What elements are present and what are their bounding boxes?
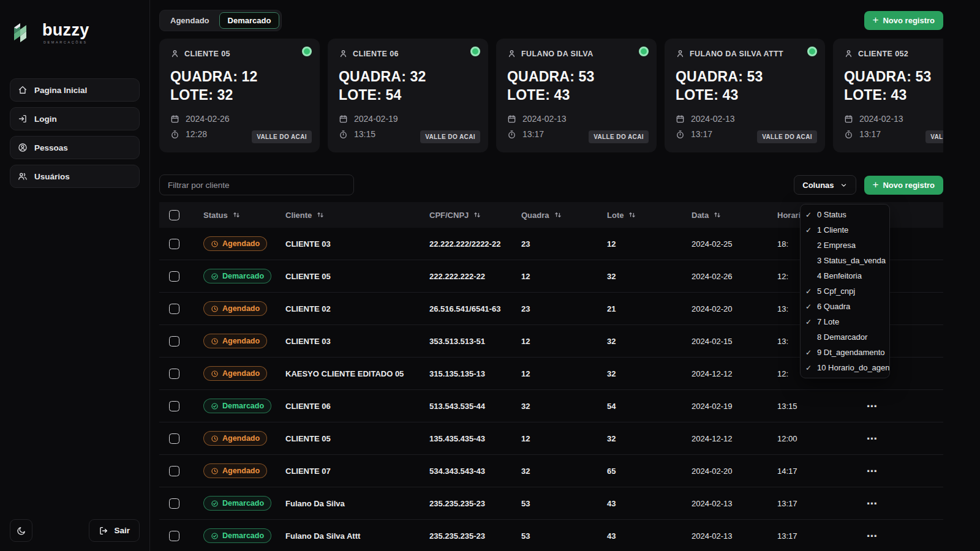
row-checkbox[interactable] [169, 271, 179, 282]
cell-quadra: 12 [516, 434, 602, 443]
cell-hora: 13:17 [777, 499, 845, 508]
row-checkbox[interactable] [169, 433, 179, 444]
status-badge-label: Agendado [222, 434, 260, 443]
col-header-cliente[interactable]: Cliente [281, 211, 424, 220]
columns-menu-item-7-lote[interactable]: ✓7 Lote [803, 314, 889, 329]
row-checkbox[interactable] [169, 466, 179, 476]
status-dot [470, 47, 480, 56]
status-badge: Demarcado [203, 399, 271, 413]
table-toolbar: Colunas + Novo registro [159, 174, 943, 195]
col-header-cpf-cnpj[interactable]: CPF/CNPJ [424, 211, 516, 220]
card-time: 12:28 [186, 129, 207, 139]
cell-cliente: CLIENTE 06 [281, 402, 424, 411]
row-checkbox[interactable] [169, 369, 179, 379]
sidebar-item-label: Login [34, 114, 57, 124]
cell-lote: 43 [602, 499, 687, 508]
row-checkbox[interactable] [169, 498, 179, 509]
filter-input[interactable] [159, 174, 354, 195]
table-row: AgendadoCLIENTE 05135.435.435-4312322024… [159, 422, 943, 455]
card-lote: LOTE: 54 [339, 87, 477, 103]
row-checkbox[interactable] [169, 304, 179, 314]
new-record-button-top[interactable]: + Novo registro [864, 11, 943, 30]
columns-menu-item-8-demarcador[interactable]: 8 Demarcador [803, 329, 889, 345]
col-header-label: Quadra [521, 211, 549, 220]
logout-button[interactable]: Sair [89, 519, 140, 542]
cell-data: 2024-02-15 [687, 337, 777, 346]
topbar: AgendadoDemarcado + Novo registro [159, 10, 943, 31]
cell-cpf-cnpj: 513.543.535-44 [424, 402, 516, 411]
row-actions-button[interactable]: ⋯ [867, 433, 878, 444]
cell-lote: 32 [602, 369, 687, 378]
row-checkbox[interactable] [169, 336, 179, 347]
card-client-name: CLIENTE 05 [184, 50, 230, 58]
brand-tagline: DEMARCAÇÕES [43, 40, 89, 44]
row-actions-button[interactable]: ⋯ [867, 498, 878, 509]
location-badge: VALLE DO ACAI [420, 130, 480, 143]
cell-lote: 32 [602, 434, 687, 443]
cell-data: 2024-02-26 [687, 272, 777, 281]
columns-menu-item-0-status[interactable]: ✓0 Status [803, 207, 889, 222]
columns-menu-item-label: 2 Empresa [817, 241, 856, 250]
status-dot [639, 47, 649, 56]
columns-button[interactable]: Colunas [794, 175, 856, 195]
columns-menu-item-3-status-da-venda[interactable]: 3 Status_da_venda [803, 253, 889, 268]
columns-menu-item-4-benfeitoria[interactable]: 4 Benfeitoria [803, 268, 889, 283]
columns-menu-item-label: 8 Demarcador [817, 332, 867, 342]
sort-icon [232, 211, 241, 219]
cell-cpf-cnpj: 135.435.435-43 [424, 434, 516, 443]
col-header-lote[interactable]: Lote [602, 211, 687, 220]
sidebar-footer: Sair [10, 519, 140, 542]
table-row: DemarcadoFulano Da Silva235.235.235-2353… [159, 487, 943, 520]
card-quadra: QUADRA: 53 [844, 69, 943, 85]
card-client-name: CLIENTE 052 [858, 50, 908, 58]
row-actions-button[interactable]: ⋯ [867, 401, 878, 411]
user-icon [339, 49, 348, 58]
columns-menu-item-10-horario-do-agen[interactable]: ✓10 Horario_do_agen [803, 360, 889, 375]
col-header-label: Data [692, 211, 709, 220]
tab-demarcado[interactable]: Demarcado [219, 12, 280, 29]
sidebar-item-login[interactable]: Login [10, 107, 140, 130]
sidebar-item-pagina-inicial[interactable]: Pagina Inicial [10, 78, 140, 102]
card-quadra: QUADRA: 12 [170, 69, 309, 85]
cell-hora: 13:17 [777, 531, 845, 541]
col-header-data[interactable]: Data [687, 211, 777, 220]
columns-menu-item-5-cpf-cnpj[interactable]: ✓5 Cpf_cnpj [803, 283, 889, 299]
theme-toggle-button[interactable] [10, 519, 32, 542]
card-time: 13:17 [859, 129, 881, 139]
cell-data: 2024-12-12 [687, 369, 777, 378]
cell-cliente: CLIENTE 03 [281, 337, 424, 346]
row-checkbox[interactable] [169, 531, 179, 541]
cell-data: 2024-02-19 [687, 402, 777, 411]
status-badge-label: Demarcado [222, 499, 264, 508]
row-actions-button[interactable]: ⋯ [867, 531, 878, 541]
cell-lote: 54 [602, 402, 687, 411]
sidebar-item-usu-rios[interactable]: Usuários [10, 165, 140, 188]
clock-badge-icon [211, 370, 219, 378]
row-checkbox[interactable] [169, 239, 179, 249]
col-header-quadra[interactable]: Quadra [516, 211, 602, 220]
row-checkbox[interactable] [169, 401, 179, 411]
new-record-button[interactable]: + Novo registro [864, 176, 943, 195]
columns-menu-item-2-empresa[interactable]: 2 Empresa [803, 238, 889, 253]
sidebar-nav: Pagina InicialLoginPessoasUsuários [10, 78, 140, 188]
home-icon [18, 85, 28, 95]
check-icon: ✓ [803, 211, 817, 219]
status-badge: Demarcado [203, 528, 271, 543]
columns-menu-item-1-cliente[interactable]: ✓1 Cliente [803, 222, 889, 238]
status-badge: Demarcado [203, 496, 271, 511]
cell-quadra: 53 [516, 531, 602, 541]
row-actions-button[interactable]: ⋯ [867, 466, 878, 476]
card-client-name: FULANO DA SILVA ATTT [690, 50, 783, 58]
tab-agendado[interactable]: Agendado [162, 12, 218, 29]
columns-menu-item-6-quadra[interactable]: ✓6 Quadra [803, 299, 889, 314]
user-icon [844, 49, 853, 58]
appointment-card: CLIENTE 06QUADRA: 32LOTE: 542024-02-1913… [328, 39, 488, 152]
sidebar-item-pessoas[interactable]: Pessoas [10, 136, 140, 159]
status-badge-label: Agendado [222, 239, 260, 248]
col-header-status[interactable]: Status [189, 211, 281, 220]
select-all-checkbox[interactable] [169, 210, 179, 220]
table-row: DemarcadoFulano Da Silva Attt235.235.235… [159, 520, 943, 551]
user-icon [676, 49, 685, 58]
columns-menu-item-9-dt-agendamento[interactable]: ✓9 Dt_agendamento [803, 345, 889, 360]
status-dot [302, 47, 312, 56]
